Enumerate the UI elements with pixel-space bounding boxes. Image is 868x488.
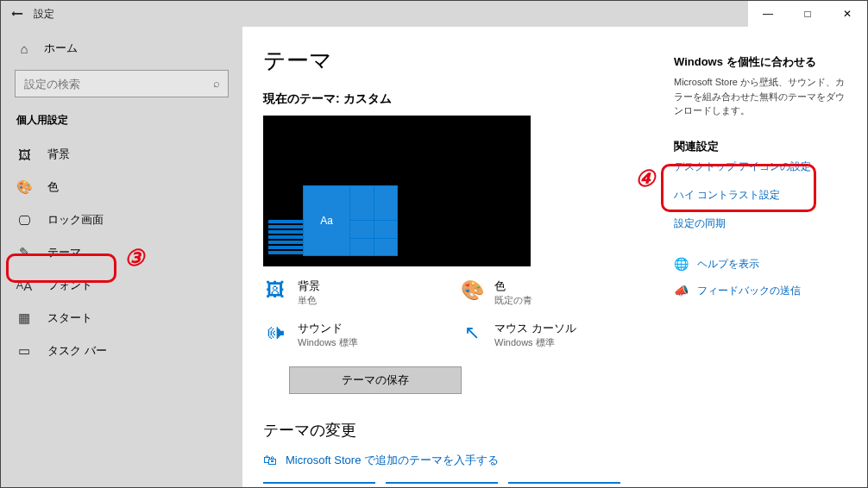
window-title: 設定 xyxy=(34,7,54,22)
theme-thumb[interactable] xyxy=(508,482,620,484)
sidebar-item-label: フォント xyxy=(47,278,92,293)
cursor-icon: ↖ xyxy=(460,321,484,345)
sound-icon: 🕪 xyxy=(263,321,287,345)
image-icon: 🖼 xyxy=(16,147,32,162)
section-label: 個人用設定 xyxy=(1,108,242,138)
change-theme-heading: テーマの変更 xyxy=(263,420,639,441)
help-label: ヘルプを表示 xyxy=(697,257,759,272)
palette-icon: 🎨 xyxy=(16,179,32,195)
setting-color[interactable]: 🎨 色 既定の青 xyxy=(460,278,639,307)
titlebar: 🠔 設定 — □ ✕ xyxy=(1,1,867,27)
feedback-icon: 📣 xyxy=(674,284,689,297)
help-icon: 🌐 xyxy=(674,257,689,271)
window-controls: — □ ✕ xyxy=(748,1,867,27)
setting-value: Windows 標準 xyxy=(298,336,358,349)
setting-label: サウンド xyxy=(298,321,358,336)
sidebar-item-theme[interactable]: ✎ テーマ xyxy=(1,236,242,269)
taskbar-icon: ▭ xyxy=(16,343,32,359)
personalize-heading: Windows を個性に合わせる xyxy=(674,54,846,70)
start-icon: ▦ xyxy=(16,310,32,326)
setting-label: 背景 xyxy=(298,278,320,294)
font-icon: AA xyxy=(16,278,32,293)
maximize-button[interactable]: □ xyxy=(788,1,827,27)
setting-background[interactable]: 🖼 背景 単色 xyxy=(263,278,443,307)
current-theme-label: 現在のテーマ: カスタム xyxy=(263,91,639,107)
store-link[interactable]: 🛍 Microsoft Store で追加のテーマを入手する xyxy=(263,453,639,468)
setting-label: 色 xyxy=(494,278,532,294)
search-input[interactable] xyxy=(15,70,229,97)
store-link-label: Microsoft Store で追加のテーマを入手する xyxy=(286,453,499,468)
feedback-label: フィードバックの送信 xyxy=(697,284,801,298)
sidebar-item-label: タスク バー xyxy=(47,343,107,359)
preview-tile-text: Aa xyxy=(304,186,349,255)
sidebar-item-start[interactable]: ▦ スタート xyxy=(1,302,242,335)
sidebar-item-label: スタート xyxy=(47,310,92,326)
sidebar-item-color[interactable]: 🎨 色 xyxy=(1,171,242,203)
setting-cursor[interactable]: ↖ マウス カーソル Windows 標準 xyxy=(460,321,639,349)
theme-preview[interactable]: Aa xyxy=(263,116,531,266)
store-icon: 🛍 xyxy=(263,453,277,468)
sidebar: ⌂ ホーム ⌕ 個人用設定 🖼 背景 🎨 色 🖵 ロック画面 xyxy=(1,27,242,487)
back-button[interactable]: 🠔 xyxy=(11,7,23,21)
minimize-button[interactable]: — xyxy=(748,1,788,27)
annotation-number-4: ④ xyxy=(635,166,655,192)
close-button[interactable]: ✕ xyxy=(827,1,867,27)
sync-settings-link[interactable]: 設定の同期 xyxy=(674,216,846,231)
page-title: テーマ xyxy=(263,46,639,76)
sidebar-item-taskbar[interactable]: ▭ タスク バー xyxy=(1,335,242,367)
settings-window: 🠔 設定 — □ ✕ ⌂ ホーム ⌕ 個人用設定 🖼 背景 xyxy=(0,0,868,488)
home-button[interactable]: ⌂ ホーム xyxy=(1,34,242,63)
sidebar-item-label: 色 xyxy=(47,179,59,195)
setting-label: マウス カーソル xyxy=(494,321,576,336)
feedback-link[interactable]: 📣 フィードバックの送信 xyxy=(674,284,846,298)
lock-screen-icon: 🖵 xyxy=(16,212,32,228)
help-link[interactable]: 🌐 ヘルプを表示 xyxy=(674,257,846,272)
sidebar-item-label: テーマ xyxy=(47,245,81,260)
theme-icon: ✎ xyxy=(16,245,32,260)
palette-icon: 🎨 xyxy=(460,278,484,303)
setting-value: 単色 xyxy=(298,294,320,307)
sidebar-item-lockscreen[interactable]: 🖵 ロック画面 xyxy=(1,203,242,236)
theme-thumb[interactable] xyxy=(386,482,498,484)
home-label: ホーム xyxy=(44,41,78,56)
home-icon: ⌂ xyxy=(16,41,32,56)
sidebar-item-background[interactable]: 🖼 背景 xyxy=(1,138,242,171)
save-theme-button[interactable]: テーマの保存 xyxy=(289,366,462,394)
setting-value: Windows 標準 xyxy=(494,336,576,349)
search-icon: ⌕ xyxy=(213,77,220,90)
sidebar-item-label: ロック画面 xyxy=(47,212,104,228)
personalize-text: Microsoft Store から壁紙、サウンド、カラーを組み合わせた無料のテ… xyxy=(674,75,846,118)
setting-value: 既定の青 xyxy=(494,294,532,307)
sidebar-item-font[interactable]: AA フォント xyxy=(1,269,242,302)
theme-thumbnails xyxy=(263,482,639,484)
theme-thumb[interactable] xyxy=(263,482,375,484)
annotation-number-3: ③ xyxy=(124,245,144,272)
setting-sound[interactable]: 🕪 サウンド Windows 標準 xyxy=(263,321,443,349)
high-contrast-link[interactable]: ハイ コントラスト設定 xyxy=(674,188,846,203)
related-heading: 関連設定 xyxy=(674,139,846,154)
image-icon: 🖼 xyxy=(263,278,287,303)
main: テーマ 現在のテーマ: カスタム Aa 🖼 xyxy=(242,27,867,487)
sidebar-item-label: 背景 xyxy=(47,147,70,162)
side-panel: Windows を個性に合わせる Microsoft Store から壁紙、サウ… xyxy=(674,46,846,487)
desktop-icons-link[interactable]: デスクトップ アイコンの設定 xyxy=(674,160,846,174)
